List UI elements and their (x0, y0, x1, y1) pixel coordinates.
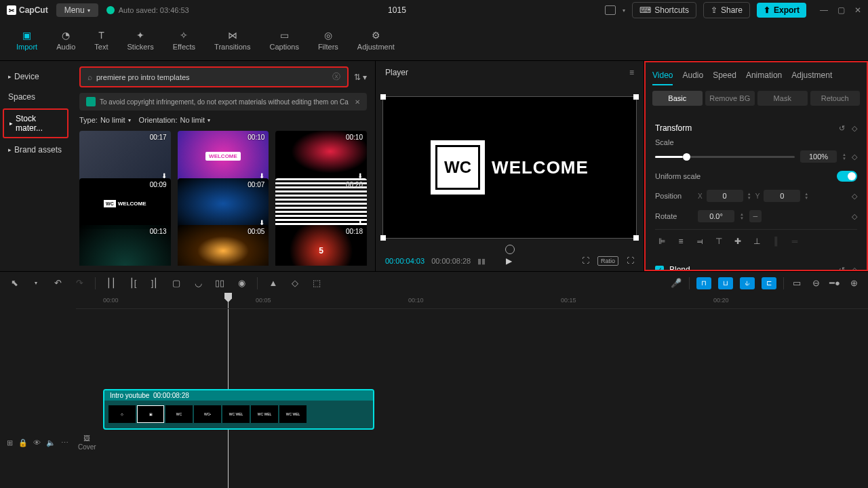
frame-tool[interactable]: ▯▯ (214, 277, 226, 289)
zoom-in[interactable]: ⊕ (848, 277, 860, 289)
align-left[interactable]: ⊫ (655, 235, 669, 247)
delete-tool[interactable]: ▢ (170, 277, 182, 289)
crop-icon[interactable]: ⛶ (582, 256, 589, 266)
mic-icon[interactable]: 🎤 (670, 277, 682, 289)
align-center-v[interactable]: ✚ (731, 235, 745, 247)
resize-handle[interactable] (633, 235, 639, 241)
export-button[interactable]: ⬆ Export (757, 3, 806, 18)
chevron-down-icon[interactable]: ▾ (623, 7, 625, 14)
align-top[interactable]: ⊤ (712, 235, 726, 247)
inspector-tab-speed[interactable]: Speed (713, 66, 736, 85)
rotate-dash[interactable]: – (749, 210, 762, 222)
subtab-retouch[interactable]: Retouch (810, 91, 861, 106)
blend-header[interactable]: ✓Blend ↺◇ (655, 260, 857, 270)
track-area[interactable]: Intro youtube 00:00:08:28 ◇▣WCWC▪WC WELW… (76, 309, 868, 488)
mute-icon[interactable]: 🔈 (46, 439, 56, 447)
type-filter[interactable]: Type: No limit ▾ (79, 116, 131, 124)
tab-filters[interactable]: ◎Filters (309, 26, 348, 55)
magnet-4[interactable]: ⊏ (762, 277, 776, 289)
inspector-tab-audio[interactable]: Audio (682, 66, 703, 85)
media-item[interactable]: WELCOME00:10⬇ (178, 131, 269, 182)
align-center-h[interactable]: ≡ (674, 235, 688, 247)
resize-handle[interactable] (633, 94, 639, 100)
player-viewport[interactable]: WC WELCOME (376, 84, 644, 251)
maximize-button[interactable]: ▢ (837, 5, 845, 15)
app-logo[interactable]: ✂ CapCut (7, 5, 48, 15)
search-input[interactable] (96, 73, 328, 81)
align-bottom[interactable]: ⊥ (750, 235, 764, 247)
clear-icon[interactable]: ⓧ (332, 71, 340, 83)
expand-icon[interactable]: ⊞ (7, 439, 13, 447)
scale-slider[interactable] (655, 156, 795, 158)
rotate-tool[interactable]: ◇ (289, 277, 301, 289)
orientation-filter[interactable]: Orientation: No limit ▾ (139, 116, 211, 124)
inspector-tab-adjustment[interactable]: Adjustment (791, 66, 832, 85)
close-button[interactable]: ✕ (854, 5, 861, 15)
tab-text[interactable]: TText (85, 26, 117, 55)
reverse-tool[interactable]: ◉ (235, 277, 248, 289)
tab-captions[interactable]: ▭Captions (260, 26, 308, 55)
shortcuts-button[interactable]: ⌨ Shortcuts (632, 2, 696, 18)
distribute-v[interactable]: ═ (788, 235, 802, 247)
timeline-ruler[interactable]: 00:00 00:05 00:10 00:15 00:20 (76, 294, 868, 309)
tab-import[interactable]: ▣Import (7, 26, 47, 55)
layout-icon[interactable] (605, 5, 616, 15)
player-frame[interactable]: WC WELCOME (382, 96, 637, 239)
keyframe-icon[interactable]: ◇ (852, 152, 857, 161)
sidebar-item-brand[interactable]: ▸Brand assets (0, 140, 71, 160)
reset-icon[interactable]: ↺ (839, 124, 845, 133)
magnet-1[interactable]: ⊓ (696, 277, 711, 289)
preview-icon[interactable]: ▭ (791, 277, 803, 289)
tab-transitions[interactable]: ⋈Transitions (205, 26, 260, 55)
uniform-scale-toggle[interactable] (837, 171, 857, 182)
mirror-tool[interactable]: ▲ (267, 277, 279, 289)
split-tool[interactable]: ⎮⎮ (105, 277, 117, 289)
sort-icon[interactable]: ⇅ ▾ (354, 73, 367, 82)
tab-effects[interactable]: ✧Effects (163, 26, 205, 55)
subtab-mask[interactable]: Mask (757, 91, 808, 106)
sidebar-item-stock[interactable]: Stock mater... (3, 108, 68, 138)
split-right-tool[interactable]: ]⎮ (149, 277, 161, 289)
subtab-removebg[interactable]: Remove BG (705, 91, 755, 106)
align-right[interactable]: ⫤ (693, 235, 707, 247)
media-item[interactable]: WCWELCOME00:09 (79, 178, 171, 230)
playhead[interactable] (228, 294, 229, 308)
media-item[interactable]: 00:10⬇ (275, 131, 367, 182)
rotate-input[interactable]: 0.0° (698, 210, 734, 222)
menu-button[interactable]: Menu ▾ (56, 3, 98, 17)
media-item[interactable]: 00:05 (178, 225, 269, 266)
subtab-basic[interactable]: Basic (652, 91, 703, 106)
eye-icon[interactable]: 👁 (33, 439, 41, 447)
split-left-tool[interactable]: ⎮[ (127, 277, 139, 289)
resize-handle[interactable] (380, 94, 386, 100)
project-title[interactable]: 1015 (388, 5, 406, 15)
keyframe-icon[interactable]: ◇ (852, 124, 857, 133)
scale-input[interactable]: 100% (800, 150, 837, 163)
transform-header[interactable]: Transform ↺◇ (655, 118, 857, 138)
magnet-2[interactable]: ⊔ (718, 277, 733, 289)
tab-audio[interactable]: ◔Audio (47, 26, 85, 55)
chevron-down-icon[interactable]: ▾ (30, 277, 42, 289)
player-menu-icon[interactable]: ≡ (629, 68, 634, 77)
stepper-icon[interactable]: ▲▼ (842, 152, 846, 161)
keyframe-icon[interactable]: ◇ (852, 266, 857, 270)
ratio-button[interactable]: Ratio (597, 256, 618, 266)
inspector-tab-animation[interactable]: Animation (746, 66, 782, 85)
keyframe-icon[interactable]: ◇ (852, 192, 857, 201)
reset-icon[interactable]: ↺ (839, 266, 845, 270)
media-item[interactable]: 00:20⬇ (275, 178, 367, 230)
play-button[interactable]: ▶ (506, 256, 512, 266)
media-item[interactable]: 00:17⬇ (79, 131, 171, 182)
tab-adjustment[interactable]: ⚙Adjustment (348, 26, 404, 55)
undo-button[interactable]: ↶ (52, 277, 64, 289)
search-box[interactable]: ⌕ ⓧ (79, 66, 349, 87)
more-icon[interactable]: ⋯ (61, 439, 68, 447)
rotate-handle[interactable] (505, 245, 515, 254)
redo-button[interactable]: ↷ (73, 277, 85, 289)
lock-icon[interactable]: 🔒 (18, 439, 28, 447)
zoom-slider[interactable]: ━● (829, 277, 841, 289)
distribute-h[interactable]: ║ (769, 235, 783, 247)
position-x-input[interactable]: 0 (707, 190, 743, 202)
minimize-button[interactable]: — (820, 5, 828, 15)
tab-stickers[interactable]: ✦Stickers (118, 26, 163, 55)
